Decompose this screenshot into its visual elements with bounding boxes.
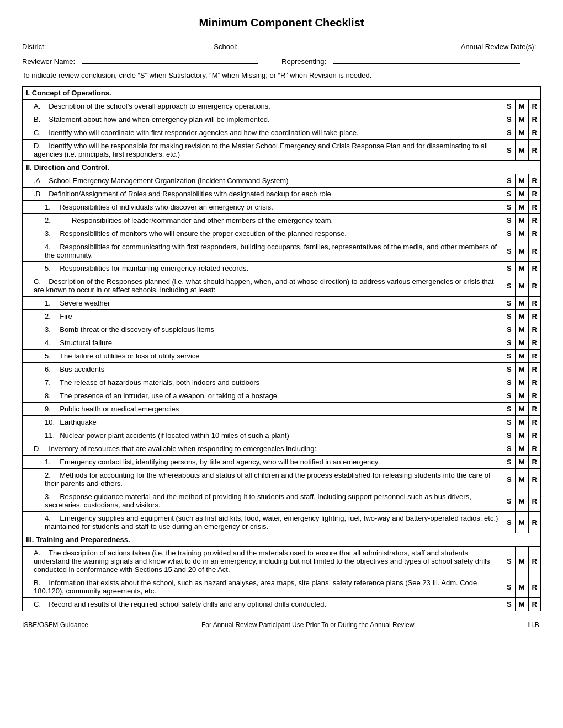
table-row: 8. The presence of an intruder, use of a… [23,389,541,403]
table-row: 2. FireSMR [23,310,541,323]
s-cell: S [503,214,515,227]
r-cell: R [528,174,540,188]
m-cell: M [515,429,528,442]
r-cell: R [528,547,540,576]
item-text-cell: 4. Emergency supplies and equipment (suc… [23,512,503,533]
r-cell: R [528,113,540,126]
r-cell: R [528,214,540,227]
item-text-cell: 11. Nuclear power plant accidents (if lo… [23,429,503,442]
s-cell: S [503,469,515,490]
item-text-cell: 1. Responsibilities of individuals who d… [23,201,503,214]
item-text-cell: 7. The release of hazardous materials, b… [23,376,503,389]
s-cell: S [503,429,515,442]
footer-left: ISBE/OSFM Guidance [22,621,88,629]
r-cell: R [528,363,540,376]
r-cell: R [528,201,540,214]
item-text-cell: 2. Methods for accounting for the wherea… [23,469,503,490]
table-row: C. Description of the Responses planned … [23,275,541,297]
item-text-cell: 3. Responsibilities of monitors who will… [23,227,503,240]
s-cell: S [503,174,515,188]
s-cell: S [503,336,515,350]
s-cell: S [503,442,515,456]
s-cell: S [503,598,515,611]
m-cell: M [515,336,528,350]
m-cell: M [515,598,528,611]
s-cell: S [503,576,515,598]
r-cell: R [528,188,540,201]
r-cell: R [528,389,540,403]
table-row: .A School Emergency Management Organizat… [23,174,541,188]
m-cell: M [515,442,528,456]
s-cell: S [503,126,515,140]
section-header-row: I. Concept of Operations. [23,87,541,100]
m-cell: M [515,188,528,201]
s-cell: S [503,323,515,336]
s-cell: S [503,456,515,469]
footer-right: III.B. [527,621,541,629]
table-row: 1. Responsibilities of individuals who d… [23,201,541,214]
table-row: 5. The failure of utilities or loss of u… [23,350,541,363]
r-cell: R [528,403,540,416]
r-cell: R [528,310,540,323]
r-cell: R [528,323,540,336]
school-label: School: [214,42,237,51]
r-cell: R [528,442,540,456]
r-cell: R [528,576,540,598]
footer: ISBE/OSFM Guidance For Annual Review Par… [22,621,541,629]
representing-field[interactable] [333,54,520,64]
table-row: B. Statement about how and when emergenc… [23,113,541,126]
s-cell: S [503,262,515,275]
s-cell: S [503,100,515,113]
m-cell: M [515,416,528,429]
section-header-cell: II. Direction and Control. [23,161,541,174]
table-row: 10. EarthquakeSMR [23,416,541,429]
table-row: D. Identify who will be responsible for … [23,140,541,161]
table-row: 4. Emergency supplies and equipment (suc… [23,512,541,533]
table-row: B. Information that exists about the sch… [23,576,541,598]
table-row: 6. Bus accidentsSMR [23,363,541,376]
district-label: District: [22,42,46,51]
table-row: 7. The release of hazardous materials, b… [23,376,541,389]
school-field[interactable] [245,39,454,49]
item-text-cell: 3. Bomb threat or the discovery of suspi… [23,323,503,336]
table-row: 4. Responsibilities for communicating wi… [23,240,541,262]
item-text-cell: 10. Earthquake [23,416,503,429]
m-cell: M [515,490,528,512]
r-cell: R [528,512,540,533]
item-text-cell: D. Inventory of resources that are avail… [23,442,503,456]
reviewer-field[interactable] [82,54,258,64]
annual-review-label: Annual Review Date(s): [461,42,537,51]
item-text-cell: 9. Public health or medical emergencies [23,403,503,416]
s-cell: S [503,512,515,533]
page-title: Minimum Component Checklist [22,17,541,29]
m-cell: M [515,227,528,240]
r-cell: R [528,140,540,161]
s-cell: S [503,416,515,429]
r-cell: R [528,456,540,469]
annual-review-field[interactable] [543,39,563,49]
item-text-cell: B. Information that exists about the sch… [23,576,503,598]
representing-label: Representing: [282,57,326,66]
table-row: D. Inventory of resources that are avail… [23,442,541,456]
table-row: 2. Methods for accounting for the wherea… [23,469,541,490]
r-cell: R [528,240,540,262]
m-cell: M [515,214,528,227]
table-row: 2. Responsibilities of leader/commander … [23,214,541,227]
table-row: 5. Responsibilities for maintaining emer… [23,262,541,275]
m-cell: M [515,240,528,262]
section-header-row: II. Direction and Control. [23,161,541,174]
s-cell: S [503,140,515,161]
district-field[interactable] [52,39,207,49]
m-cell: M [515,547,528,576]
item-text-cell: C. Identify who will coordinate with fir… [23,126,503,140]
r-cell: R [528,350,540,363]
item-text-cell: 4. Responsibilities for communicating wi… [23,240,503,262]
item-text-cell: 3. Response guidance material and the me… [23,490,503,512]
r-cell: R [528,297,540,310]
m-cell: M [515,310,528,323]
m-cell: M [515,323,528,336]
item-text-cell: 5. The failure of utilities or loss of u… [23,350,503,363]
table-row: 3. Response guidance material and the me… [23,490,541,512]
m-cell: M [515,174,528,188]
m-cell: M [515,403,528,416]
